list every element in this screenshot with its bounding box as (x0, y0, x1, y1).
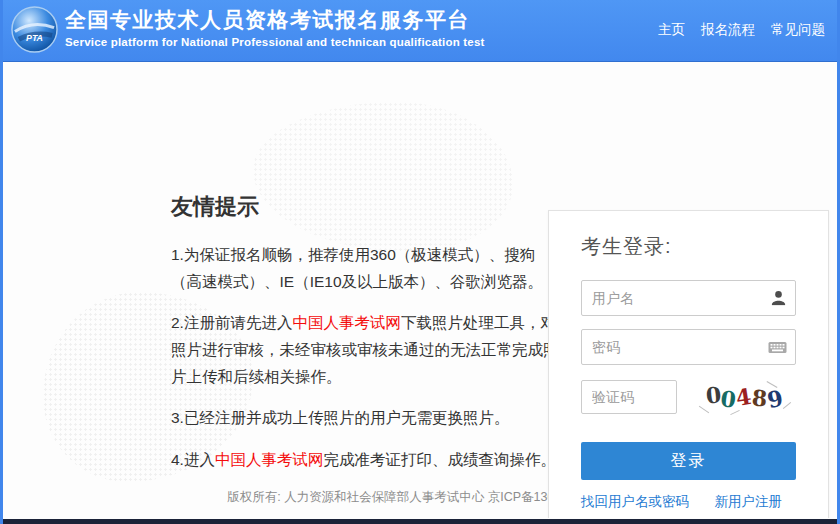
page: PTA 全国专业技术人员资格考试报名服务平台 Service platform … (0, 0, 840, 524)
nav-process-link[interactable]: 报名流程 (701, 21, 755, 39)
password-field-wrap (581, 329, 796, 365)
captcha-input[interactable] (581, 380, 677, 414)
site-subtitle: Service platform for National Profession… (65, 36, 485, 48)
tip-text: 4.进入 (171, 451, 215, 468)
brand: 全国专业技术人员资格考试报名服务平台 Service platform for … (65, 7, 485, 48)
header: PTA 全国专业技术人员资格考试报名服务平台 Service platform … (3, 0, 837, 62)
captcha-noise (783, 402, 791, 409)
user-icon (770, 290, 787, 307)
tips-heading: 友情提示 (171, 192, 565, 222)
tip-text: 3.已经注册并成功上传照片的用户无需更换照片。 (171, 409, 509, 426)
keyboard-icon (768, 340, 787, 355)
tip-text: 1.为保证报名顺畅，推荐使用360（极速模式）、搜狗（高速模式）、IE（IE10… (171, 246, 543, 290)
captcha-row: 0 0 4 8 9 (581, 378, 796, 416)
tip-item: 2.注册前请先进入中国人事考试网下载照片处理工具，对照片进行审核，未经审核或审核… (171, 310, 565, 390)
tip-item: 1.为保证报名顺畅，推荐使用360（极速模式）、搜狗（高速模式）、IE（IE10… (171, 242, 565, 295)
tip-item: 3.已经注册并成功上传照片的用户无需更换照片。 (171, 405, 565, 432)
username-input[interactable] (581, 280, 796, 316)
login-button[interactable]: 登录 (581, 442, 796, 480)
tip-text: 完成准考证打印、成绩查询操作。 (323, 451, 556, 468)
captcha-image[interactable]: 0 0 4 8 9 (692, 378, 796, 416)
svg-text:PTA: PTA (26, 33, 43, 43)
username-field-wrap (581, 280, 796, 316)
login-links: 找回用户名或密码 新用户注册 (581, 493, 796, 511)
friendly-tips: 友情提示 1.为保证报名顺畅，推荐使用360（极速模式）、搜狗（高速模式）、IE… (171, 192, 565, 489)
nav-home-link[interactable]: 主页 (658, 21, 685, 39)
login-panel: 考生登录: (548, 210, 829, 518)
captcha-digit: 9 (765, 385, 785, 414)
login-heading: 考生登录: (581, 233, 796, 260)
cpta-site-link[interactable]: 中国人事考试网 (292, 314, 401, 331)
tip-item: 4.进入中国人事考试网完成准考证打印、成绩查询操作。 (171, 447, 565, 474)
main-content: 友情提示 1.为保证报名顺畅，推荐使用360（极速模式）、搜狗（高速模式）、IE… (3, 62, 837, 518)
captcha-field-wrap (581, 380, 677, 414)
register-link[interactable]: 新用户注册 (715, 493, 783, 511)
nav-faq-link[interactable]: 常见问题 (771, 21, 825, 39)
site-title: 全国专业技术人员资格考试报名服务平台 (65, 7, 485, 33)
password-input[interactable] (581, 329, 796, 365)
cpta-site-link[interactable]: 中国人事考试网 (215, 451, 324, 468)
top-nav: 主页 报名流程 常见问题 (658, 21, 825, 39)
tip-text: 2.注册前请先进入 (171, 314, 292, 331)
pta-logo-icon: PTA (11, 6, 58, 53)
forgot-credentials-link[interactable]: 找回用户名或密码 (581, 493, 689, 511)
bottom-bar (3, 519, 837, 524)
